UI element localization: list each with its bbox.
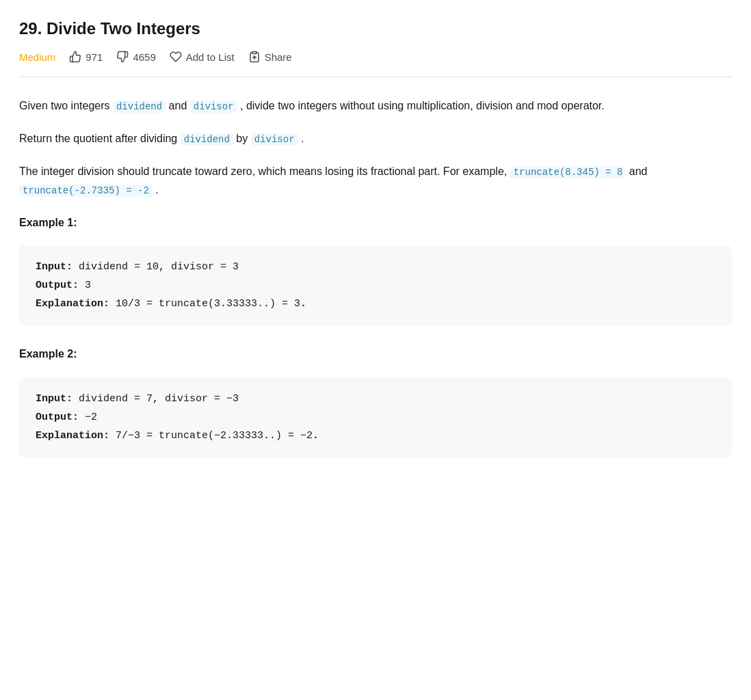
- add-to-list-label: Add to List: [186, 51, 235, 63]
- upvote-count: 971: [85, 51, 103, 63]
- downvote-count: 4659: [133, 51, 155, 63]
- example2-title: Example 2:: [19, 345, 732, 363]
- example2-explanation-line: Explanation: 7/−3 = truncate(−2.33333..)…: [36, 427, 715, 445]
- example1-output-value: 3: [85, 280, 91, 291]
- desc-para1-post: , divide two integers without using mult…: [237, 100, 605, 111]
- example1-explanation-label: Explanation:: [36, 298, 109, 310]
- desc-para2-mid: by: [233, 133, 251, 144]
- example2-explanation-label: Explanation:: [36, 430, 109, 442]
- desc-code-divisor2: divisor: [251, 133, 298, 146]
- share-action[interactable]: Share: [248, 51, 292, 63]
- example1-input-line: Input: dividend = 10, divisor = 3: [36, 258, 715, 276]
- example2-block: Input: dividend = 7, divisor = −3 Output…: [19, 377, 732, 457]
- example2-output-line: Output: −2: [36, 408, 715, 427]
- problem-container: 29. Divide Two Integers Medium 971 4659 …: [0, 0, 751, 504]
- difficulty-badge[interactable]: Medium: [19, 51, 55, 63]
- add-to-list-action[interactable]: Add to List: [170, 51, 235, 63]
- desc-code-truncate1: truncate(8.345) = 8: [510, 166, 627, 178]
- thumbs-down-icon: [116, 51, 129, 63]
- meta-row: Medium 971 4659 Add to List: [19, 51, 732, 63]
- description-para1: Given two integers dividend and divisor …: [19, 96, 732, 116]
- example1-input-value: dividend = 10, divisor = 3: [79, 261, 239, 273]
- desc-para1-pre: Given two integers: [19, 100, 113, 111]
- problem-description: Given two integers dividend and divisor …: [19, 96, 732, 457]
- example2-output-label: Output:: [36, 412, 79, 423]
- example1-explanation-value: 10/3 = truncate(3.33333..) = 3.: [116, 298, 306, 310]
- example1-title: Example 1:: [19, 213, 732, 232]
- downvote-action[interactable]: 4659: [116, 51, 155, 63]
- desc-para2-post: .: [298, 133, 304, 144]
- description-para3: The integer division should truncate tow…: [19, 162, 732, 200]
- heart-icon: [170, 51, 182, 63]
- example1-explanation-line: Explanation: 10/3 = truncate(3.33333..) …: [36, 295, 715, 313]
- desc-para1-mid: and: [166, 100, 190, 111]
- example2-input-label: Input:: [36, 393, 73, 405]
- upvote-action[interactable]: 971: [69, 51, 103, 63]
- example2-explanation-value: 7/−3 = truncate(−2.33333..) = −2.: [116, 430, 319, 442]
- example1-block: Input: dividend = 10, divisor = 3 Output…: [19, 245, 732, 325]
- example1-output-label: Output:: [36, 280, 79, 291]
- share-icon: [248, 51, 261, 63]
- description-para2: Return the quotient after dividing divid…: [19, 129, 732, 148]
- example2-input-line: Input: dividend = 7, divisor = −3: [36, 390, 715, 408]
- desc-code-truncate2: truncate(-2.7335) = -2: [19, 185, 153, 197]
- share-label: Share: [265, 51, 292, 63]
- section-divider: [19, 77, 732, 77]
- desc-para3-post: .: [153, 184, 159, 196]
- desc-para3-mid: and: [626, 165, 647, 177]
- example2-output-value: −2: [85, 412, 97, 423]
- desc-code-dividend2: dividend: [181, 133, 233, 146]
- desc-code-dividend1: dividend: [113, 100, 166, 113]
- thumbs-up-icon: [69, 51, 81, 63]
- desc-code-divisor1: divisor: [190, 100, 237, 113]
- problem-title: 29. Divide Two Integers: [19, 19, 732, 38]
- example1-output-line: Output: 3: [36, 276, 715, 295]
- desc-para2-pre: Return the quotient after dividing: [19, 133, 181, 144]
- desc-para3-pre: The integer division should truncate tow…: [19, 165, 510, 177]
- example2-input-value: dividend = 7, divisor = −3: [79, 393, 239, 405]
- example1-input-label: Input:: [36, 261, 73, 273]
- svg-rect-0: [252, 52, 256, 54]
